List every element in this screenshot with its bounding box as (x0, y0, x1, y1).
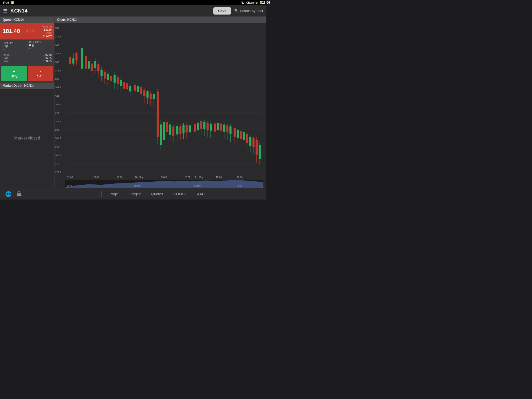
svg-rect-79 (137, 86, 139, 92)
svg-text:187: 187 (55, 44, 59, 46)
svg-rect-152 (256, 140, 258, 155)
svg-rect-97 (166, 122, 168, 132)
svg-text:186: 186 (55, 61, 59, 63)
add-tab-button[interactable]: + (87, 191, 99, 197)
search-icon: 🔍 (234, 9, 238, 13)
low-val: 180.85 (43, 59, 52, 63)
svg-text:18:00: 18:00 (237, 176, 243, 178)
svg-rect-54 (97, 64, 99, 71)
svg-text:18:00: 18:00 (184, 176, 190, 178)
market-depth-header: Market Depth: KCN14 (0, 83, 54, 89)
nav-divider (30, 191, 30, 197)
nav-icons: 🌐 🏛 (0, 191, 27, 197)
chart-header: Chart: KCN14 (55, 17, 266, 23)
chart-body[interactable]: 188 187.5 187 186.5 186 185.5 185 184.5 … (55, 23, 266, 188)
svg-rect-81 (140, 87, 142, 94)
svg-rect-136 (229, 127, 231, 134)
svg-rect-128 (217, 123, 219, 130)
svg-text:184.5: 184.5 (55, 86, 61, 89)
tab-aapl[interactable]: AAPL (192, 190, 212, 198)
svg-text:18:00: 18:00 (117, 176, 123, 178)
wifi-icon: 📶 (10, 1, 14, 4)
svg-rect-50 (91, 64, 93, 71)
price-main: 181.40 (3, 28, 20, 35)
svg-rect-111 (189, 125, 191, 132)
svg-rect-140 (237, 130, 239, 138)
left-panel: Quote: KCN14 181.40 ↓ 4.30 Volume 13126 … (0, 17, 55, 188)
svg-rect-146 (246, 134, 248, 143)
status-left: iPad 📶 (3, 1, 14, 4)
svg-rect-46 (85, 56, 87, 69)
svg-rect-120 (203, 122, 205, 129)
svg-rect-138 (234, 128, 236, 137)
market-closed-text: Market closed (14, 136, 40, 141)
right-panel: Chart: KCN14 (55, 17, 266, 188)
quote-section: Quote: KCN14 181.40 ↓ 4.30 Volume 13126 … (0, 17, 54, 83)
best-offer-sub: -- (29, 47, 53, 50)
svg-text:12:00: 12:00 (67, 176, 73, 178)
svg-rect-52 (94, 61, 96, 68)
svg-text:20. May: 20. May (134, 185, 141, 187)
svg-rect-130 (220, 123, 222, 130)
svg-rect-66 (117, 77, 119, 84)
quote-price-row: 181.40 ↓ 4.30 Volume 13126 Date 21.May (0, 23, 54, 39)
buy-sign: + (12, 69, 15, 74)
svg-text:185: 185 (55, 78, 59, 80)
svg-text:181.5: 181.5 (55, 137, 61, 139)
best-bid-label: Best Bid: (3, 42, 26, 44)
save-button[interactable]: Save (213, 7, 231, 15)
menu-icon[interactable]: ☰ (3, 8, 7, 14)
ohlc-col: Open:185.30 High:186.25 Low:180.85 (1, 52, 53, 63)
svg-rect-169 (65, 188, 68, 188)
main-layout: Quote: KCN14 181.40 ↓ 4.30 Volume 13126 … (0, 17, 266, 188)
search-area[interactable]: 🔍 Search Symbol (234, 9, 263, 13)
svg-rect-122 (207, 123, 209, 130)
tab-googl[interactable]: GOOGL (168, 190, 192, 198)
svg-rect-132 (223, 124, 225, 131)
quote-header: Quote: KCN14 (0, 17, 54, 23)
svg-rect-116 (197, 123, 199, 130)
tab-divider (101, 191, 102, 197)
globe-icon[interactable]: 🌐 (5, 191, 12, 197)
svg-rect-42 (75, 53, 77, 60)
svg-rect-70 (123, 82, 125, 89)
svg-rect-170 (261, 188, 263, 188)
low-label: Low: (3, 59, 9, 63)
svg-rect-154 (259, 145, 261, 159)
battery-label: Not Charging (241, 1, 258, 4)
svg-rect-0 (55, 23, 266, 188)
svg-text:179.5: 179.5 (55, 171, 61, 174)
device-label: iPad (3, 1, 9, 4)
svg-rect-38 (69, 57, 71, 64)
svg-rect-44 (81, 48, 83, 69)
best-bid-val: 0 @ (3, 44, 26, 48)
open-label: Open: (3, 53, 10, 56)
open-val: 185.30 (43, 53, 52, 56)
svg-rect-124 (210, 124, 212, 130)
status-time: 23:06 (262, 1, 266, 4)
svg-text:183: 183 (55, 111, 59, 114)
best-bid-sub: -- (3, 48, 26, 51)
svg-rect-142 (240, 131, 242, 139)
svg-rect-101 (172, 127, 174, 136)
market-depth-body: Market closed (0, 89, 54, 188)
buy-button[interactable]: + Buy (1, 66, 27, 81)
best-offer-val: 0 @ (29, 44, 53, 47)
nav-tabs: + Page1 Page2 Quotes GOOGL AAPL (33, 190, 266, 198)
buy-label: Buy (11, 74, 17, 78)
status-bar: iPad 📶 23:06 Not Charging 🔋 (0, 0, 266, 5)
market-depth-section: Market Depth: KCN14 Market closed (0, 83, 54, 188)
tab-page1[interactable]: Page1 (104, 190, 125, 198)
svg-rect-91 (157, 91, 159, 137)
bank-icon[interactable]: 🏛 (17, 191, 22, 197)
svg-rect-134 (226, 125, 228, 132)
tab-quotes[interactable]: Quotes (146, 190, 168, 198)
price-meta: Volume 13126 Date 21.May (42, 25, 52, 37)
chart-svg: 188 187.5 187 186.5 186 185.5 185 184.5 … (55, 23, 266, 188)
svg-rect-62 (110, 76, 112, 82)
tab-page2[interactable]: Page2 (125, 190, 146, 198)
sell-button[interactable]: - Sell (28, 66, 53, 81)
svg-rect-103 (176, 126, 178, 134)
svg-text:21. May: 21. May (194, 185, 201, 187)
svg-rect-105 (179, 127, 181, 134)
